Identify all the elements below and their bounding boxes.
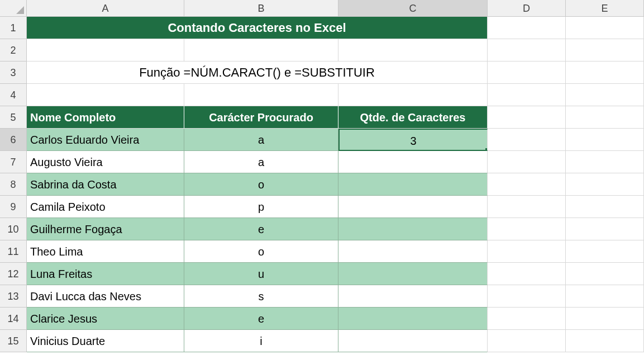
cell-d13[interactable] bbox=[488, 285, 566, 308]
row-header-2[interactable]: 2 bbox=[0, 39, 27, 62]
cell-e2[interactable] bbox=[566, 39, 644, 62]
row-header-12[interactable]: 12 bbox=[0, 263, 27, 285]
col-header-a[interactable]: A bbox=[27, 0, 184, 17]
spreadsheet-grid: A B C D E 1 Contando Caracteres no Excel… bbox=[0, 0, 644, 352]
cell-a14[interactable]: Clarice Jesus bbox=[27, 308, 184, 330]
cell-c10[interactable] bbox=[338, 218, 488, 240]
cell-e12[interactable] bbox=[566, 263, 644, 285]
cell-d11[interactable] bbox=[488, 240, 566, 263]
subtitle-cell[interactable]: Função =NÚM.CARACT() e =SUBSTITUIR bbox=[27, 62, 488, 84]
select-all-corner[interactable] bbox=[0, 0, 27, 17]
cell-a12[interactable]: Luna Freitas bbox=[27, 263, 184, 285]
row-header-8[interactable]: 8 bbox=[0, 173, 27, 196]
title-cell[interactable]: Contando Caracteres no Excel bbox=[27, 17, 488, 39]
row-header-13[interactable]: 13 bbox=[0, 285, 27, 308]
cell-d14[interactable] bbox=[488, 308, 566, 330]
col-header-e[interactable]: E bbox=[566, 0, 644, 17]
th-name[interactable]: Nome Completo bbox=[27, 106, 184, 129]
cell-c13[interactable] bbox=[338, 285, 488, 308]
cell-b10[interactable]: e bbox=[184, 218, 338, 240]
cell-d2[interactable] bbox=[488, 39, 566, 62]
cell-b11[interactable]: o bbox=[184, 240, 338, 263]
cell-c2[interactable] bbox=[338, 39, 488, 62]
cell-e6[interactable] bbox=[566, 129, 644, 151]
cell-e5[interactable] bbox=[566, 106, 644, 129]
cell-d9[interactable] bbox=[488, 196, 566, 218]
cell-b13[interactable]: s bbox=[184, 285, 338, 308]
cell-c11[interactable] bbox=[338, 240, 488, 263]
col-header-c[interactable]: C bbox=[338, 0, 488, 17]
col-header-b[interactable]: B bbox=[184, 0, 338, 17]
cell-c8[interactable] bbox=[338, 173, 488, 196]
cell-c6[interactable]: 3 bbox=[338, 129, 488, 151]
row-header-1[interactable]: 1 bbox=[0, 17, 27, 39]
cell-b8[interactable]: o bbox=[184, 173, 338, 196]
cell-d1[interactable] bbox=[488, 17, 566, 39]
cell-a7[interactable]: Augusto Vieira bbox=[27, 151, 184, 173]
cell-b7[interactable]: a bbox=[184, 151, 338, 173]
cell-a11[interactable]: Theo Lima bbox=[27, 240, 184, 263]
cell-d15[interactable] bbox=[488, 330, 566, 352]
cell-c7[interactable] bbox=[338, 151, 488, 173]
cell-b6[interactable]: a bbox=[184, 129, 338, 151]
cell-e3[interactable] bbox=[566, 62, 644, 84]
cell-c4[interactable] bbox=[338, 84, 488, 106]
cell-d5[interactable] bbox=[488, 106, 566, 129]
row-header-6[interactable]: 6 bbox=[0, 129, 27, 151]
row-header-7[interactable]: 7 bbox=[0, 151, 27, 173]
cell-e1[interactable] bbox=[566, 17, 644, 39]
cell-e7[interactable] bbox=[566, 151, 644, 173]
cell-e15[interactable] bbox=[566, 330, 644, 352]
cell-c15[interactable] bbox=[338, 330, 488, 352]
col-header-d[interactable]: D bbox=[488, 0, 566, 17]
cell-d3[interactable] bbox=[488, 62, 566, 84]
cell-e4[interactable] bbox=[566, 84, 644, 106]
cell-a8[interactable]: Sabrina da Costa bbox=[27, 173, 184, 196]
row-header-3[interactable]: 3 bbox=[0, 62, 27, 84]
cell-d10[interactable] bbox=[488, 218, 566, 240]
cell-d7[interactable] bbox=[488, 151, 566, 173]
cell-a13[interactable]: Davi Lucca das Neves bbox=[27, 285, 184, 308]
cell-e11[interactable] bbox=[566, 240, 644, 263]
row-header-5[interactable]: 5 bbox=[0, 106, 27, 129]
cell-c14[interactable] bbox=[338, 308, 488, 330]
row-header-10[interactable]: 10 bbox=[0, 218, 27, 240]
cell-a4[interactable] bbox=[27, 84, 184, 106]
cell-b12[interactable]: u bbox=[184, 263, 338, 285]
cell-e14[interactable] bbox=[566, 308, 644, 330]
cell-d12[interactable] bbox=[488, 263, 566, 285]
th-qty[interactable]: Qtde. de Caracteres bbox=[338, 106, 488, 129]
cell-a6[interactable]: Carlos Eduardo Vieira bbox=[27, 129, 184, 151]
cell-e13[interactable] bbox=[566, 285, 644, 308]
cell-d4[interactable] bbox=[488, 84, 566, 106]
row-header-9[interactable]: 9 bbox=[0, 196, 27, 218]
th-char[interactable]: Carácter Procurado bbox=[184, 106, 338, 129]
cell-e9[interactable] bbox=[566, 196, 644, 218]
cell-e8[interactable] bbox=[566, 173, 644, 196]
cell-b14[interactable]: e bbox=[184, 308, 338, 330]
row-header-11[interactable]: 11 bbox=[0, 240, 27, 263]
cell-a15[interactable]: Vinicius Duarte bbox=[27, 330, 184, 352]
cell-b15[interactable]: i bbox=[184, 330, 338, 352]
row-header-4[interactable]: 4 bbox=[0, 84, 27, 106]
row-header-14[interactable]: 14 bbox=[0, 308, 27, 330]
cell-d8[interactable] bbox=[488, 173, 566, 196]
row-header-15[interactable]: 15 bbox=[0, 330, 27, 352]
cell-a10[interactable]: Guilherme Fogaça bbox=[27, 218, 184, 240]
cell-c12[interactable] bbox=[338, 263, 488, 285]
cell-a9[interactable]: Camila Peixoto bbox=[27, 196, 184, 218]
cell-e10[interactable] bbox=[566, 218, 644, 240]
cell-b2[interactable] bbox=[184, 39, 338, 62]
cell-a2[interactable] bbox=[27, 39, 184, 62]
cell-d6[interactable] bbox=[488, 129, 566, 151]
cell-b4[interactable] bbox=[184, 84, 338, 106]
cell-c9[interactable] bbox=[338, 196, 488, 218]
cell-b9[interactable]: p bbox=[184, 196, 338, 218]
